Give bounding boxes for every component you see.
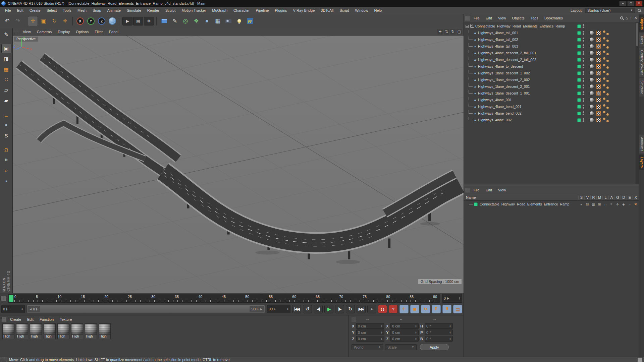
object-row[interactable]: ▲ Highways_1lane_descent_1_002	[464, 70, 636, 76]
lock-z-axis-button[interactable]: Z	[97, 16, 107, 26]
material-tag-icons[interactable]	[603, 51, 609, 55]
visibility-dots[interactable]	[583, 51, 584, 55]
visibility-dots[interactable]	[583, 58, 584, 62]
keyframe-selection-button[interactable]: ?	[389, 305, 398, 313]
layer-color-chip[interactable]	[577, 105, 581, 109]
spinner-icon[interactable]: ▲▼	[381, 338, 383, 340]
menu-item[interactable]: V-Ray Bridge	[290, 8, 318, 12]
object-name[interactable]: Highways_4lane_to_descent	[478, 64, 577, 68]
visibility-dots[interactable]	[583, 44, 584, 48]
xref-toggle-icon[interactable]: ✖	[633, 202, 639, 206]
generators-toggle-icon[interactable]: ✛	[614, 202, 621, 206]
object-manager-menu-item[interactable]: File	[471, 16, 483, 20]
panel-grip[interactable]	[2, 357, 6, 362]
material-menu-item[interactable]: Edit	[24, 317, 37, 321]
object-name[interactable]: Highways_4lane_bend_002	[478, 111, 577, 115]
viewport-menu-item[interactable]: Display	[55, 30, 73, 34]
tab-attributes[interactable]: Attributes	[639, 135, 644, 154]
tab-structure[interactable]: Structure	[639, 78, 644, 97]
viewport-menu-item[interactable]: View	[20, 30, 34, 34]
tab-objects[interactable]: Objects	[639, 15, 644, 32]
view-toggle-icon[interactable]: ⊡	[584, 202, 590, 206]
record-keyframe-button[interactable]: ✦	[367, 305, 376, 313]
object-name[interactable]: Highways_4lane_002	[478, 118, 577, 122]
layer-manager-empty-area[interactable]	[464, 207, 639, 357]
timeline-ruler[interactable]: 051015202530354045505560657075808590	[8, 294, 440, 303]
material-thumbnail[interactable]: High	[2, 323, 14, 339]
range-slider-end-handle[interactable]: 90 F ▶	[250, 306, 264, 312]
key-parameter-toggle[interactable]: P	[432, 305, 441, 313]
close-button[interactable]: ✕	[635, 1, 643, 6]
make-editable-icon[interactable]: ✎	[1, 30, 11, 39]
object-name[interactable]: Highways_4lane_tall_001	[478, 31, 577, 35]
layer-color-chip[interactable]	[577, 31, 581, 35]
coordinate-system-button[interactable]	[107, 16, 117, 26]
playhead-marker[interactable]	[9, 295, 13, 302]
uvw-tag-icon[interactable]	[596, 44, 601, 49]
layer-column-header[interactable]: A	[608, 195, 614, 199]
layer-column-header[interactable]: G	[614, 195, 621, 199]
maximize-button[interactable]: □	[627, 1, 635, 6]
object-root-row[interactable]: Connectable_Highway_Road_Elements_Entran…	[464, 23, 636, 29]
range-slider-start-handle[interactable]: ◀ 0 F	[28, 306, 40, 312]
visibility-dots[interactable]	[583, 105, 584, 109]
python-script-button[interactable]: py	[245, 16, 255, 26]
panel-grip[interactable]	[465, 188, 470, 192]
tab-layers[interactable]: Layers	[639, 155, 644, 170]
object-row[interactable]: ▲ Highways_4lane_bend_001	[464, 103, 636, 110]
primitive-cube-button[interactable]	[159, 16, 169, 26]
solo-toggle-icon[interactable]: ●	[578, 202, 584, 206]
layer-column-header[interactable]: D	[621, 195, 627, 199]
uvw-tag-icon[interactable]	[596, 98, 601, 102]
viewport-menu-item[interactable]: Options	[73, 30, 92, 34]
menu-item[interactable]: Edit	[14, 8, 26, 12]
menu-item[interactable]: File	[2, 8, 14, 12]
key-scale-toggle[interactable]: ▣	[410, 305, 419, 313]
camera-button[interactable]	[223, 16, 233, 26]
menu-item[interactable]: Plugins	[272, 8, 290, 12]
material-menu-item[interactable]: Function	[37, 317, 57, 321]
uv-mode-icon[interactable]: ▦	[1, 65, 11, 74]
coord-size-field[interactable]: 0 cm▲▼	[390, 329, 419, 335]
object-row[interactable]: ▲ Highways_4lane_descent_2_tall_002	[464, 56, 636, 63]
layer-column-header[interactable]: X	[633, 195, 639, 199]
current-frame-field[interactable]: 0 F ▲▼	[442, 294, 462, 303]
coord-position-field[interactable]: 0 cm▲▼	[356, 323, 384, 329]
visibility-dots[interactable]	[583, 118, 584, 122]
coord-position-field[interactable]: 0 cm▲▼	[356, 329, 384, 335]
viewport-menu-item[interactable]: Panel	[106, 30, 121, 34]
layer-color-chip[interactable]	[577, 118, 581, 122]
material-thumbnail[interactable]: High	[44, 323, 56, 339]
coord-rotation-field[interactable]: 0 °▲▼	[425, 323, 453, 329]
uvw-tag-icon[interactable]	[596, 51, 601, 55]
phong-tag-icon[interactable]	[589, 64, 594, 69]
move-tool[interactable]: ✛	[28, 16, 38, 26]
menu-item[interactable]: Sculpt	[162, 8, 179, 12]
layer-manager-menu-item[interactable]: Edit	[483, 188, 495, 192]
scale-tool[interactable]: ▣	[39, 16, 49, 26]
menu-item[interactable]: Snap	[90, 8, 104, 12]
menu-item[interactable]: Select	[44, 8, 60, 12]
layer-column-header[interactable]: S	[578, 195, 584, 199]
object-name[interactable]: Highways_1lane_descent_1_002	[478, 71, 577, 75]
menu-item[interactable]: Render	[144, 8, 162, 12]
menu-item[interactable]: Help	[371, 8, 385, 12]
viewport-pan-icon[interactable]: ✛	[437, 29, 443, 35]
object-name[interactable]: Highways_4lane_descent_2_tall_002	[478, 58, 577, 62]
layer-color-chip[interactable]	[577, 65, 581, 68]
layer-color-chip[interactable]	[577, 58, 581, 62]
menu-item[interactable]: Animate	[104, 8, 124, 12]
viewport-zoom-icon[interactable]: ⇅	[444, 29, 449, 35]
object-name[interactable]: Highways_1lane_descent_2_001	[478, 84, 577, 88]
viewport-menu-item[interactable]: Filter	[92, 30, 106, 34]
layer-column-header[interactable]: V	[584, 195, 590, 199]
redo-icon[interactable]: ↷	[13, 16, 23, 26]
viewport-menu-item[interactable]: Cameras	[34, 30, 55, 34]
material-thumbnail[interactable]: High	[71, 323, 83, 339]
object-manager-menu-item[interactable]: Tags	[528, 16, 541, 20]
layer-color-chip[interactable]	[577, 51, 581, 55]
coord-position-field[interactable]: 0 cm▲▼	[356, 336, 384, 342]
previous-key-button[interactable]: ↺	[303, 305, 312, 313]
visibility-dots[interactable]	[583, 31, 584, 35]
next-key-button[interactable]: ↻	[346, 305, 355, 313]
